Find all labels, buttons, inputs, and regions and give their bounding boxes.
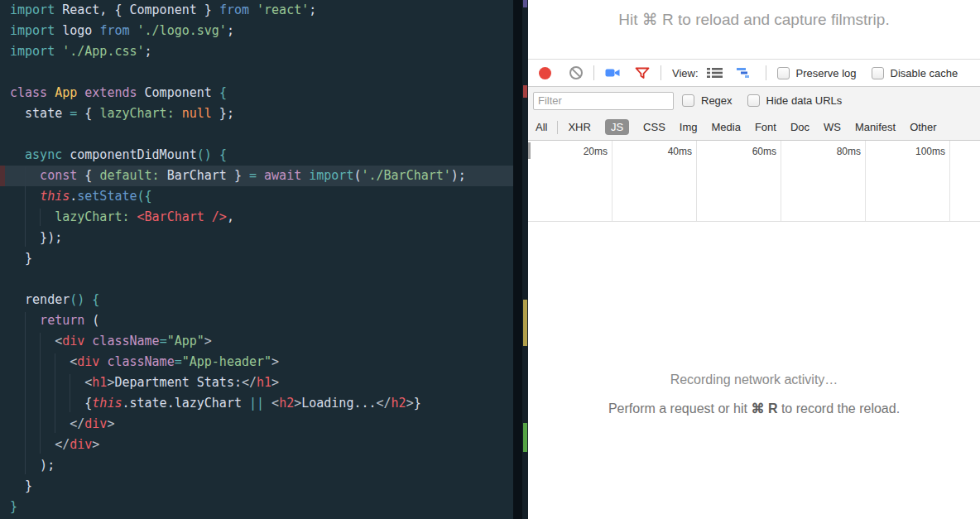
code-line: async componentDidMount() { [0, 145, 513, 166]
timeline-header: 20ms40ms60ms80ms100ms [528, 141, 980, 222]
code-line: lazyChart: <BarChart />, [0, 207, 513, 228]
preserve-log-label[interactable]: Preserve log [796, 67, 857, 79]
resource-tab-doc[interactable]: Doc [790, 119, 809, 135]
network-toolbar: View: Preserve log Disable cache [528, 60, 980, 87]
resource-tab-xhr[interactable]: XHR [568, 119, 590, 135]
waterfall-view-icon[interactable] [737, 67, 755, 79]
annotation-mark-red [523, 85, 527, 98]
resource-tab-ws[interactable]: WS [824, 119, 841, 135]
code-line: </div> [0, 435, 513, 455]
recording-message: Recording network activity… [528, 372, 980, 387]
disable-cache-label[interactable]: Disable cache [891, 67, 958, 79]
resource-tab-other[interactable]: Other [910, 119, 937, 135]
filter-bar: Regex Hide data URLs AllXHRJSCSSImgMedia… [528, 87, 980, 141]
timeline-tick: 20ms [528, 141, 612, 221]
code-line: } [0, 248, 513, 269]
code-line: render() { [0, 290, 513, 310]
resource-tab-img[interactable]: Img [680, 119, 698, 135]
code-line: } [0, 476, 513, 497]
code-line: this.setState({ [0, 186, 513, 207]
code-line: <div className="App-header"> [0, 352, 513, 372]
hide-data-urls-checkbox[interactable] [747, 94, 760, 107]
shortcut-key: ⌘ R [751, 401, 777, 416]
resource-tab-all[interactable]: All [536, 119, 547, 135]
record-button[interactable] [539, 67, 551, 79]
regex-label[interactable]: Regex [701, 94, 733, 107]
code-line: ); [0, 455, 513, 476]
perform-request-message: Perform a request or hit ⌘ R to record t… [528, 401, 980, 416]
code-line: const { default: BarChart } = await impo… [0, 166, 513, 186]
view-label: View: [672, 67, 699, 79]
code-editor[interactable]: import React, { Component } from 'react'… [0, 0, 528, 519]
annotation-mark-purple [523, 0, 527, 7]
indent-guide [55, 353, 55, 433]
code-line: import './App.css'; [0, 41, 513, 62]
indent-guide [70, 374, 70, 412]
screen: import React, { Component } from 'react'… [0, 0, 980, 519]
filter-funnel-icon[interactable] [635, 67, 650, 79]
annotation-mark-yellow [523, 300, 527, 346]
code-line [0, 124, 513, 145]
resource-tab-js[interactable]: JS [605, 119, 629, 135]
code-line: return ( [0, 310, 513, 331]
code-line: }); [0, 228, 513, 248]
code-line: <h1>Department Stats:</h1> [0, 372, 513, 393]
code-line [0, 62, 513, 83]
filmstrip-hint-text: Hit ⌘ R to reload and capture filmstrip. [618, 11, 889, 28]
preserve-log-checkbox[interactable] [777, 67, 790, 79]
resource-tab-font[interactable]: Font [755, 119, 776, 135]
hide-data-urls-label[interactable]: Hide data URLs [766, 94, 843, 107]
resource-tab-media[interactable]: Media [711, 119, 740, 135]
indent-guide [40, 333, 41, 454]
filmstrip-hint-banner: Hit ⌘ R to reload and capture filmstrip. [528, 0, 980, 60]
resource-tab-css[interactable]: CSS [643, 119, 665, 135]
disable-cache-checkbox[interactable] [872, 67, 884, 79]
toolbar-divider [766, 65, 766, 80]
timeline-tick: 80ms [781, 141, 866, 221]
regex-checkbox[interactable] [682, 94, 694, 107]
resource-tab-manifest[interactable]: Manifest [855, 119, 896, 135]
code-line: import logo from './logo.svg'; [0, 21, 513, 41]
timeline-tick: 60ms [697, 141, 781, 221]
code-line: import React, { Component } from 'react'… [0, 0, 513, 21]
timeline-scroll-notch [528, 142, 531, 159]
code-line: {this.state.lazyChart || <h2>Loading...<… [0, 393, 513, 414]
editor-scrollbar-track[interactable] [513, 0, 522, 519]
code-line [0, 269, 513, 290]
clear-icon[interactable] [569, 66, 583, 79]
code-line: <div className="App"> [0, 331, 513, 352]
timeline-tick: 100ms [866, 141, 950, 221]
code-line: } [0, 497, 513, 517]
devtools-panel: Hit ⌘ R to reload and capture filmstrip.… [528, 0, 980, 519]
annotation-mark-green [523, 423, 527, 452]
filter-input[interactable] [533, 92, 674, 110]
toolbar-divider [661, 65, 661, 80]
code-line: state = { lazyChart: null }; [0, 103, 513, 124]
indent-guide [40, 209, 41, 226]
toolbar-divider [593, 65, 594, 80]
resource-type-tabs: AllXHRJSCSSImgMediaFontDocWSManifestOthe… [528, 114, 980, 140]
code-line: class App extends Component { [0, 83, 513, 103]
tab-divider [557, 121, 558, 134]
filmstrip-camera-icon[interactable] [605, 67, 622, 79]
indent-guide [25, 167, 26, 247]
code-line: </div> [0, 414, 513, 435]
indent-guide [25, 312, 26, 474]
timeline-tick: 40ms [612, 141, 697, 221]
list-view-icon[interactable] [707, 67, 723, 79]
code-area[interactable]: import React, { Component } from 'react'… [0, 0, 513, 517]
